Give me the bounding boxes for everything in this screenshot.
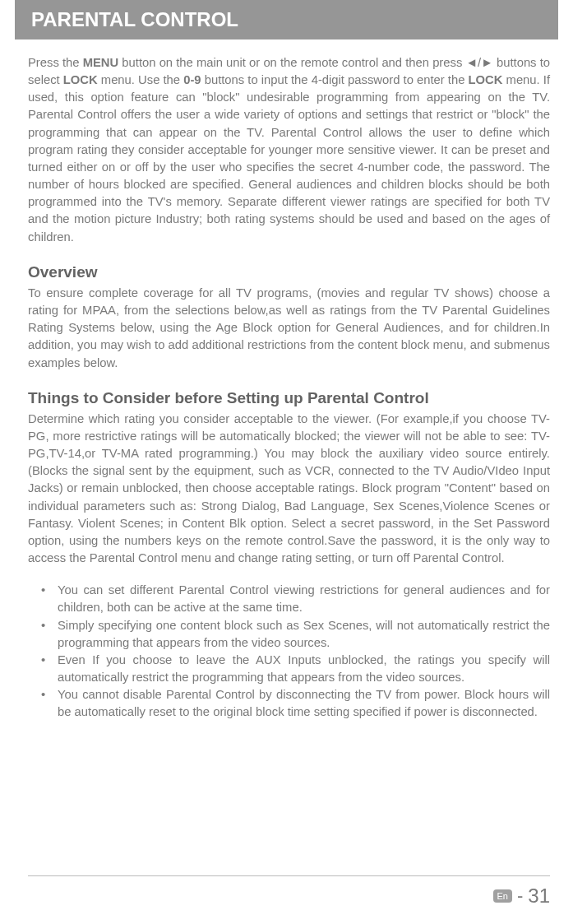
bullet-dot-icon: •: [41, 582, 58, 616]
bullet-list: • You can set different Parental Control…: [28, 582, 550, 721]
language-badge: En: [493, 889, 512, 903]
intro-text-4: buttons to input the 4-digit password to…: [201, 73, 469, 86]
intro-paragraph: Press the MENU button on the main unit o…: [28, 54, 550, 246]
bullet-text: You can set different Parental Control v…: [58, 582, 550, 616]
page-content: Press the MENU button on the main unit o…: [0, 39, 573, 721]
bullet-item: • You cannot disable Parental Control by…: [41, 686, 550, 721]
intro-digits-bold: 0-9: [183, 73, 201, 86]
overview-heading: Overview: [28, 261, 550, 283]
header-title: PARENTAL CONTROL: [31, 8, 238, 30]
intro-text-5: menu. If used, this option feature can "…: [28, 73, 550, 243]
intro-text-3: menu. Use the: [98, 73, 183, 86]
intro-menu-bold: MENU: [83, 56, 119, 69]
bullet-dot-icon: •: [41, 652, 58, 686]
overview-text: To ensure complete coverage for all TV p…: [28, 285, 550, 372]
bullet-text: Even If you choose to leave the AUX Inpu…: [58, 652, 550, 686]
intro-lock1-bold: LOCK: [63, 73, 98, 86]
page-footer: En - 31: [493, 885, 551, 908]
bullet-item: • Simply specifying one content block su…: [41, 617, 550, 652]
intro-text-1: Press the: [28, 56, 83, 69]
bullet-dot-icon: •: [41, 686, 58, 721]
bullet-item: • You can set different Parental Control…: [41, 582, 550, 616]
page-number: 31: [528, 885, 550, 908]
bullet-dot-icon: •: [41, 617, 58, 652]
page-dash: -: [517, 885, 523, 907]
footer-divider: [28, 875, 550, 876]
bullet-text: You cannot disable Parental Control by d…: [58, 686, 550, 721]
bullet-item: • Even If you choose to leave the AUX In…: [41, 652, 550, 686]
consider-heading: Things to Consider before Setting up Par…: [28, 387, 550, 409]
consider-text: Determine which rating you consider acce…: [28, 411, 550, 567]
section-header: PARENTAL CONTROL: [15, 0, 558, 39]
intro-lock2-bold: LOCK: [469, 73, 503, 86]
bullet-text: Simply specifying one content block such…: [58, 617, 550, 652]
